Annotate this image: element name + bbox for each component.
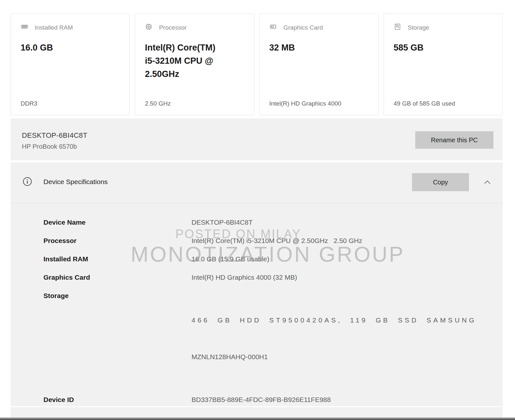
- copy-button[interactable]: Copy: [412, 173, 469, 191]
- device-name: DESKTOP-6BI4C8T: [22, 131, 87, 140]
- card-label: Storage: [408, 24, 429, 31]
- graphics-value: 32 MB: [269, 41, 351, 54]
- spec-value: DESKTOP-6BI4C8T: [192, 216, 253, 229]
- section-title: Device Specifications: [43, 178, 108, 186]
- spec-label: Graphics Card: [11, 271, 192, 284]
- graphics-card-card: Graphics Card 32 MB Intel(R) HD Graphics…: [259, 14, 379, 115]
- info-icon: [23, 177, 32, 188]
- graphics-footer: Intel(R) HD Graphics 4000: [269, 100, 342, 107]
- divider: [11, 203, 503, 203]
- spec-label: Processor: [11, 235, 192, 247]
- card-label: Graphics Card: [284, 24, 323, 31]
- installed-ram-card: Installed RAM 16.0 GB DDR3: [11, 14, 130, 115]
- spec-row-device-name: Device Name DESKTOP-6BI4C8T: [11, 216, 503, 229]
- storage-card: Storage 585 GB 49 GB of 585 GB used: [384, 14, 503, 115]
- storage-footer: 49 GB of 585 GB used: [394, 100, 455, 107]
- storage-value-line1: 466 GB HDD ST9500420AS, 119 GB SSD SAMSU…: [192, 314, 471, 326]
- gpu-icon: [269, 23, 277, 32]
- spec-value: Intel(R) Core(TM) i5-3210M CPU @ 2.50GHz…: [192, 235, 362, 247]
- card-label: Installed RAM: [35, 24, 73, 31]
- spec-row-installed-ram: Installed RAM 16.0 GB (15.9 GB usable): [11, 253, 503, 265]
- spec-row-processor: Processor Intel(R) Core(TM) i5-3210M CPU…: [11, 235, 503, 247]
- device-specifications-header[interactable]: Device Specifications Copy: [11, 163, 503, 203]
- rename-pc-button[interactable]: Rename this PC: [415, 131, 493, 149]
- ram-icon: [21, 23, 28, 32]
- card-label: Processor: [159, 24, 187, 31]
- chevron-up-icon[interactable]: [482, 178, 492, 188]
- storage-icon: [394, 23, 401, 32]
- processor-footer: 2.50 GHz: [145, 100, 171, 107]
- processor-value: Intel(R) Core(TM) i5-3210M CPU @ 2.50GHz: [145, 41, 226, 81]
- device-model: HP ProBook 6570b: [22, 143, 77, 150]
- storage-value-line2: MZNLN128HAHQ-000H1: [192, 351, 471, 363]
- spec-rows: Device Name DESKTOP-6BI4C8T Processor In…: [11, 216, 503, 420]
- spec-value: 16.0 GB (15.9 GB usable): [192, 253, 269, 265]
- spec-value: Intel(R) HD Graphics 4000 (32 MB): [192, 271, 297, 284]
- spec-row-storage: Storage 466 GB HDD ST9500420AS, 119 GB S…: [11, 290, 503, 387]
- next-section-partial: [11, 407, 503, 418]
- ram-value: 16.0 GB: [21, 41, 102, 54]
- spec-label: Installed RAM: [11, 253, 192, 265]
- storage-value: 585 GB: [394, 41, 475, 54]
- bottom-edge-bar: [0, 417, 515, 420]
- processor-card: Processor Intel(R) Core(TM) i5-3210M CPU…: [135, 14, 254, 115]
- device-specifications-panel: Device Specifications Copy Device Name D…: [11, 163, 503, 406]
- spec-label: Device Name: [11, 216, 192, 229]
- ram-footer: DDR3: [21, 100, 37, 107]
- spec-row-device-id: Device ID BD337BB5-889E-4FDC-89FB-B926E1…: [11, 394, 503, 406]
- spec-value: BD337BB5-889E-4FDC-89FB-B926E11FE988: [192, 394, 331, 406]
- spec-label: Device ID: [11, 394, 192, 406]
- spec-label: Storage: [11, 290, 192, 387]
- cpu-icon: [145, 23, 153, 32]
- spec-value: 466 GB HDD ST9500420AS, 119 GB SSD SAMSU…: [192, 290, 471, 387]
- stat-cards: Installed RAM 16.0 GB DDR3 Processor Int…: [11, 14, 503, 115]
- spec-row-graphics-card: Graphics Card Intel(R) HD Graphics 4000 …: [11, 271, 503, 284]
- device-banner: DESKTOP-6BI4C8T HP ProBook 6570b Rename …: [11, 118, 503, 160]
